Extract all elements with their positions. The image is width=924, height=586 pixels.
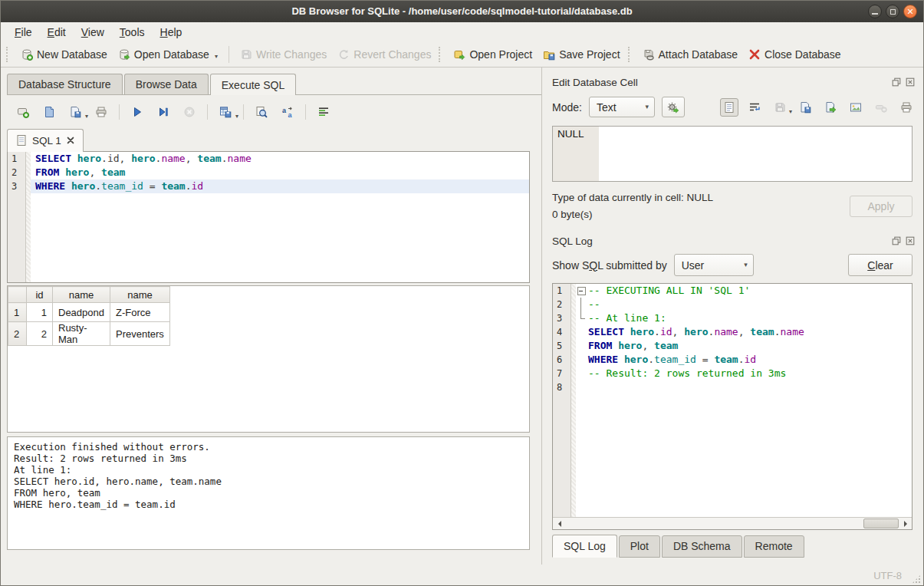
cell[interactable]: 1	[27, 303, 53, 322]
dock-close-icon[interactable]	[905, 235, 916, 246]
log-line[interactable]: 3-- At line 1:	[553, 311, 912, 325]
dock-float-icon[interactable]	[891, 235, 902, 246]
sql-editor[interactable]: 1SELECT hero.id, hero.name, team.name2FR…	[7, 151, 530, 283]
log-line[interactable]: 2--	[553, 298, 912, 311]
scroll-right-arrow[interactable]	[899, 518, 912, 529]
stop-button[interactable]	[181, 104, 198, 120]
cell[interactable]: Deadpond	[53, 303, 110, 322]
log-line[interactable]: 4SELECT hero.id, hero.name, team.name	[553, 325, 912, 339]
save-results-button[interactable]: ▾	[217, 104, 234, 120]
new-database-button[interactable]: New Database	[15, 45, 113, 64]
replace-button[interactable]: aa	[279, 104, 296, 120]
print-cell-button[interactable]	[897, 98, 916, 117]
set-null-button[interactable]	[872, 98, 890, 117]
tab-execute-sql[interactable]: Execute SQL	[210, 74, 297, 95]
log-line[interactable]: 1-- EXECUTING ALL IN 'SQL 1'	[553, 284, 912, 298]
minimize-button[interactable]	[868, 5, 882, 18]
image-link-button[interactable]	[847, 98, 865, 117]
save-as-button[interactable]	[796, 98, 814, 117]
resize-grip[interactable]	[912, 574, 921, 584]
toolbar-handle[interactable]	[6, 47, 10, 62]
tab-plot[interactable]: Plot	[619, 535, 660, 558]
execute-all-button[interactable]	[129, 104, 146, 120]
log-horizontal-scrollbar[interactable]	[553, 517, 912, 529]
scroll-left-arrow[interactable]	[553, 518, 565, 529]
window-controls: ✕	[868, 5, 917, 18]
cell[interactable]: 2	[27, 322, 53, 346]
import-text-button[interactable]	[662, 97, 685, 117]
toolbar-handle[interactable]	[439, 47, 442, 62]
write-changes-button[interactable]: Write Changes	[235, 45, 332, 64]
grid-corner[interactable]	[8, 287, 27, 303]
editor-empty-area[interactable]	[8, 193, 529, 282]
tab-remote[interactable]: Remote	[744, 535, 804, 558]
save-cell-button[interactable]: ▾	[771, 98, 789, 117]
dock-close-icon[interactable]	[905, 77, 916, 87]
new-tab-button[interactable]	[15, 104, 31, 120]
sql-doc-tab[interactable]: SQL 1	[7, 129, 84, 152]
editor-line[interactable]: 3WHERE hero.team_id = team.id	[8, 179, 529, 193]
cell[interactable]: Preventers	[110, 322, 170, 346]
maximize-button[interactable]	[886, 5, 899, 18]
column-header-name-2[interactable]: name	[110, 287, 170, 303]
scrollbar-track[interactable]	[565, 518, 899, 529]
format-button[interactable]	[315, 104, 332, 120]
apply-button-label: Apply	[867, 200, 894, 212]
right-panel: Edit Database Cell Mode: Text ▾ ▾ NULL	[541, 67, 923, 565]
row-header[interactable]: 1	[8, 303, 27, 322]
log-line[interactable]: 5FROM hero, team	[553, 339, 912, 353]
attach-database-button[interactable]: Attach Database	[637, 45, 744, 64]
save-sql-button[interactable]: ▾	[67, 104, 84, 120]
fold-column	[576, 325, 587, 339]
open-sql-button[interactable]	[41, 104, 58, 120]
open-project-button[interactable]: Open Project	[448, 45, 538, 64]
editor-line[interactable]: 1SELECT hero.id, hero.name, team.name	[8, 152, 529, 166]
close-tab-icon[interactable]	[66, 136, 75, 145]
sql-log-view[interactable]: 1-- EXECUTING ALL IN 'SQL 1'2--3-- At li…	[552, 283, 912, 530]
log-line[interactable]: 7-- Result: 2 rows returned in 3ms	[553, 367, 912, 380]
dock-float-icon[interactable]	[891, 77, 902, 87]
menu-view[interactable]: View	[74, 24, 112, 41]
tab-sql-log[interactable]: SQL Log	[552, 535, 617, 558]
titlebar[interactable]: DB Browser for SQLite - /home/user/code/…	[1, 1, 923, 22]
cell[interactable]: Z-Force	[110, 303, 170, 322]
execution-message[interactable]: Execution finished without errors.Result…	[7, 436, 530, 550]
revert-changes-button[interactable]: Revert Changes	[332, 45, 436, 64]
toolbar-handle[interactable]	[628, 47, 632, 62]
column-header-id-0[interactable]: id	[27, 287, 53, 303]
open-database-button[interactable]: Open Database▾	[113, 45, 223, 64]
tab-db-schema[interactable]: DB Schema	[662, 535, 742, 558]
find-button[interactable]	[253, 104, 270, 120]
menu-file[interactable]: File	[7, 24, 40, 41]
editor-line-body: FROM hero, team	[26, 166, 529, 179]
menu-tools[interactable]: Tools	[112, 24, 153, 41]
row-header[interactable]: 2	[8, 322, 27, 346]
cell-editor-body[interactable]	[599, 127, 912, 181]
execute-line-button[interactable]	[155, 104, 172, 120]
cell-value-editor[interactable]: NULL	[552, 126, 912, 182]
log-filter-select[interactable]: User ▾	[674, 254, 754, 276]
text-mode-button[interactable]	[720, 98, 738, 117]
close-button[interactable]: ✕	[903, 5, 917, 18]
fold-minus-icon[interactable]	[576, 284, 587, 298]
mode-select[interactable]: Text ▾	[589, 97, 655, 117]
export-cell-button[interactable]	[821, 98, 840, 117]
log-text: -- At line 1:	[587, 311, 666, 325]
tab-database-structure[interactable]: Database Structure	[7, 74, 123, 94]
cell[interactable]: Rusty-Man	[53, 322, 110, 346]
chevron-down-icon: ▾	[744, 262, 748, 268]
save-project-button[interactable]: Save Project	[538, 45, 625, 64]
log-line[interactable]: 6WHERE hero.team_id = team.id	[553, 353, 912, 367]
apply-button[interactable]: Apply	[850, 196, 912, 217]
menu-help[interactable]: Help	[153, 24, 190, 41]
word-wrap-button[interactable]	[745, 98, 764, 117]
editor-line[interactable]: 2FROM hero, team	[8, 166, 529, 179]
print-button[interactable]	[93, 104, 110, 120]
column-header-name-1[interactable]: name	[53, 287, 110, 303]
log-line[interactable]: 8	[553, 380, 912, 394]
menu-edit[interactable]: Edit	[40, 24, 74, 41]
clear-log-button[interactable]: Clear	[848, 254, 912, 276]
close-database-button[interactable]: Close Database	[743, 45, 847, 64]
tab-browse-data[interactable]: Browse Data	[124, 74, 209, 94]
scrollbar-thumb[interactable]	[863, 519, 899, 528]
